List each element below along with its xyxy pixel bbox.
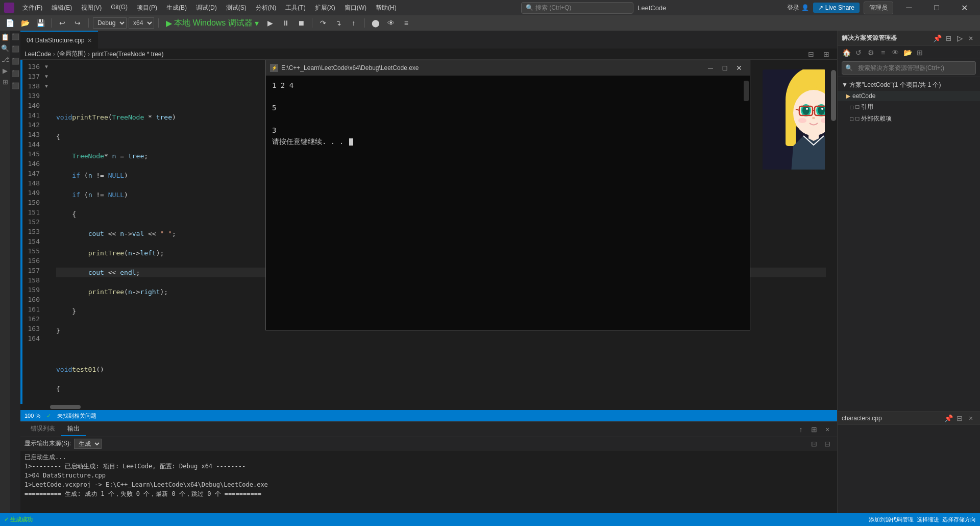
- menu-git[interactable]: Git(G): [107, 2, 132, 14]
- step-out-btn[interactable]: ↑: [347, 17, 360, 29]
- editor-scroll-thumb[interactable]: [831, 70, 836, 121]
- menu-debug[interactable]: 调试(D): [192, 2, 221, 14]
- breadcrumb-scope[interactable]: (全局范围): [57, 50, 86, 58]
- maximize-button[interactable]: □: [925, 0, 948, 15]
- breakpoint-btn[interactable]: ⬤: [369, 17, 382, 29]
- activity-debug-icon[interactable]: ▶: [1, 66, 9, 75]
- minimize-button[interactable]: ─: [897, 0, 921, 15]
- step-over-btn[interactable]: ↷: [316, 17, 330, 29]
- expand-btn[interactable]: ⊞: [820, 49, 833, 60]
- tab-datastructure[interactable]: 04 DataStructure.cpp ×: [20, 31, 98, 49]
- panel-close-btn[interactable]: ×: [822, 424, 833, 435]
- new-solution-btn[interactable]: 🏠: [841, 47, 852, 58]
- solution-item-reference[interactable]: □ □ 引用: [838, 101, 980, 113]
- h-scrollbar[interactable]: [20, 404, 837, 410]
- undock-btn[interactable]: ⊟: [943, 33, 953, 43]
- pin-btn[interactable]: 📌: [932, 33, 942, 43]
- breadcrumb-project[interactable]: LeetCode: [24, 51, 51, 58]
- output-source-select[interactable]: 生成: [74, 439, 102, 449]
- terminal-maximize-btn[interactable]: □: [718, 61, 731, 75]
- admin-button[interactable]: 管理员: [864, 2, 893, 14]
- terminal-close-btn[interactable]: ✕: [732, 61, 746, 75]
- refresh-btn[interactable]: ↺: [853, 47, 864, 58]
- solution-item-external-deps[interactable]: □ □ 外部依赖项: [838, 113, 980, 125]
- h-scroll-thumb[interactable]: [50, 405, 81, 409]
- left-panel-icon3[interactable]: ⬛: [11, 57, 19, 65]
- menu-project[interactable]: 项目(P): [133, 2, 161, 14]
- menu-window[interactable]: 窗口(W): [340, 2, 371, 14]
- encoding-item[interactable]: 选择存储方向: [942, 516, 976, 523]
- sub-close-btn[interactable]: ×: [966, 413, 976, 423]
- sync-btn[interactable]: ⊞: [914, 47, 925, 58]
- filter-btn[interactable]: ⚙: [865, 47, 876, 58]
- menu-view[interactable]: 视图(V): [77, 2, 106, 14]
- output-scrollbar[interactable]: [832, 450, 837, 513]
- open-btn[interactable]: 📂: [18, 17, 32, 29]
- terminal-scrollbar[interactable]: [743, 76, 750, 330]
- activity-explorer-icon[interactable]: 📋: [1, 33, 9, 41]
- locals-btn[interactable]: ≡: [400, 17, 413, 29]
- tab-errors[interactable]: 错误列表: [24, 422, 61, 436]
- breadcrumb-sep1: ›: [53, 51, 55, 58]
- sub-undock-btn[interactable]: ⊟: [954, 413, 965, 423]
- stop-btn[interactable]: ⏹: [295, 17, 308, 29]
- menu-test[interactable]: 测试(S): [222, 2, 251, 14]
- undo-btn[interactable]: ↩: [56, 17, 69, 29]
- live-share-button[interactable]: ↗ Live Share: [813, 3, 860, 13]
- left-panel-icon5[interactable]: ⬛: [11, 82, 19, 90]
- continue-btn[interactable]: ▶: [264, 17, 277, 29]
- menu-help[interactable]: 帮助(H): [372, 2, 401, 14]
- new-file-btn[interactable]: 📄: [3, 17, 16, 29]
- pause-btn[interactable]: ⏸: [279, 17, 292, 29]
- split-editor-btn[interactable]: ⊟: [804, 49, 818, 60]
- sub-pin-btn[interactable]: 📌: [943, 413, 953, 423]
- auto-hide-btn[interactable]: ▷: [954, 33, 965, 43]
- close-button[interactable]: ✕: [952, 0, 976, 15]
- terminal-minimize-btn[interactable]: ─: [704, 61, 717, 75]
- source-control-item[interactable]: 添加到源代码管理: [869, 516, 914, 523]
- breadcrumb-function[interactable]: printTree(TreeNode * tree): [92, 51, 164, 58]
- step-into-btn[interactable]: ↴: [332, 17, 345, 29]
- zoom-level[interactable]: 100 %: [24, 413, 40, 419]
- close-panel-btn[interactable]: ×: [966, 33, 976, 43]
- tab-close-icon[interactable]: ×: [87, 37, 91, 44]
- watch-btn[interactable]: 👁: [384, 17, 398, 29]
- show-all-btn[interactable]: 📂: [902, 47, 913, 58]
- activity-search-icon[interactable]: 🔍: [1, 44, 9, 52]
- save-btn[interactable]: 💾: [34, 17, 47, 29]
- menu-tools[interactable]: 工具(T): [281, 2, 309, 14]
- start-debug-btn[interactable]: ▶ 本地 Windows 调试器 ▾: [163, 17, 262, 30]
- editor-scrollbar[interactable]: [830, 60, 837, 404]
- output-clear-btn[interactable]: ⊡: [808, 438, 820, 449]
- menu-edit[interactable]: 编辑(E): [47, 2, 76, 14]
- arch-select[interactable]: x64: [129, 17, 154, 29]
- output-content[interactable]: 已启动生成... 1>-------- 已启动生成: 项目: LeetCode,…: [20, 450, 832, 513]
- tab-output[interactable]: 输出: [61, 422, 86, 436]
- panel-float-btn[interactable]: ⊞: [808, 424, 820, 435]
- menu-extensions[interactable]: 扩展(X): [311, 2, 339, 14]
- terminal-content[interactable]: 1 2 4 5 3 请按任意键继续. . .: [266, 76, 743, 330]
- output-wrap-btn[interactable]: ⊟: [822, 438, 833, 449]
- debug-config-select[interactable]: Debug: [93, 17, 127, 29]
- solution-item-eetcode[interactable]: ▶ eetCode: [838, 91, 980, 101]
- preview-btn[interactable]: 👁: [890, 47, 901, 58]
- left-panel-icon1[interactable]: ⬛: [11, 33, 19, 41]
- indent-item[interactable]: 选择缩进: [917, 516, 939, 523]
- terminal-scroll-thumb[interactable]: [744, 81, 749, 101]
- right-sub-panel: characters.cpp 📌 ⊟ ×: [838, 411, 980, 513]
- left-panel-icon2[interactable]: ⬛: [11, 45, 19, 53]
- menu-analyze[interactable]: 分析(N): [252, 2, 281, 14]
- terminal-title-text: E:\C++_Learn\LeetCode\x64\Debug\LeetCode…: [281, 64, 701, 71]
- activity-extensions-icon[interactable]: ⊞: [1, 78, 9, 86]
- properties-btn[interactable]: ≡: [877, 47, 889, 58]
- bottom-right: 添加到源代码管理 选择缩进 选择存储方向: [869, 516, 976, 523]
- panel-expand-btn[interactable]: ↑: [795, 424, 806, 435]
- menu-build[interactable]: 生成(B): [162, 2, 191, 14]
- explorer-search-input[interactable]: [855, 63, 972, 73]
- left-panel-icon4[interactable]: ⬛: [11, 69, 19, 78]
- redo-btn[interactable]: ↪: [71, 17, 84, 29]
- activity-git-icon[interactable]: ⎇: [1, 55, 9, 63]
- breadcrumb-actions: ⊟ ⊞: [804, 49, 833, 60]
- menu-file[interactable]: 文件(F): [18, 2, 46, 14]
- login-button[interactable]: 登录 👤: [787, 4, 809, 12]
